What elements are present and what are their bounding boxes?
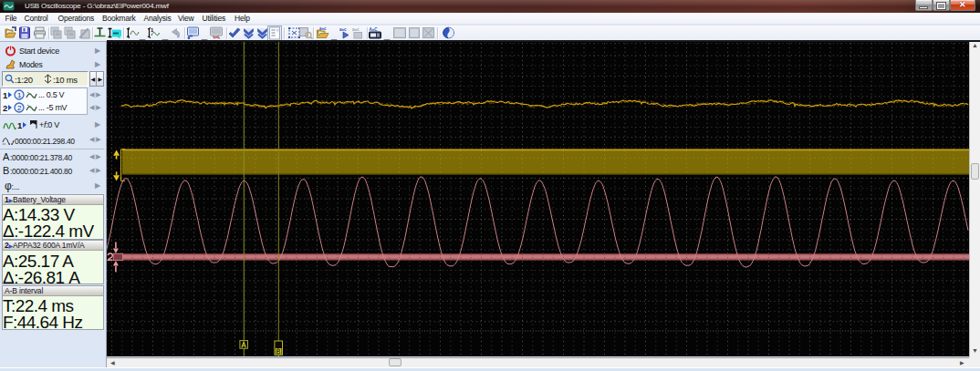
svg-text:a»c: a»c xyxy=(319,26,327,31)
svg-text:a»c: a»c xyxy=(339,27,347,32)
svg-text:a»c: a»c xyxy=(352,27,360,32)
svg-text:A»C: A»C xyxy=(370,27,379,32)
